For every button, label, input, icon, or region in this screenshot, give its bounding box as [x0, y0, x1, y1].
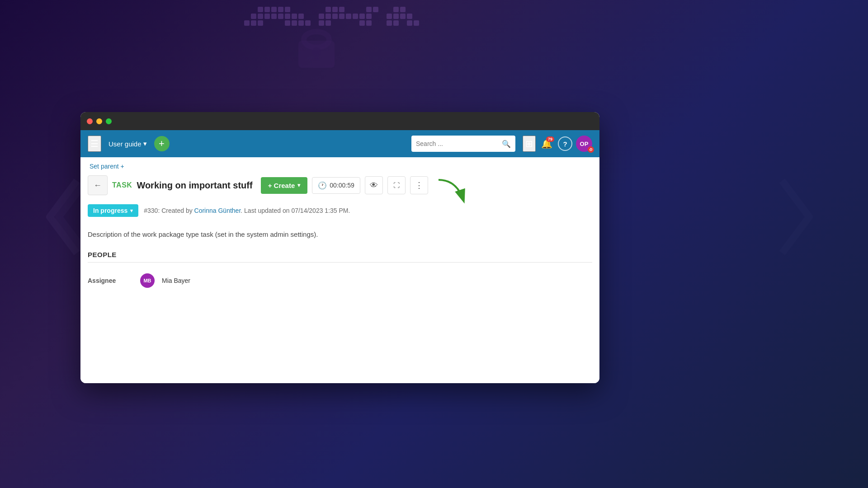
avatar-initials: OP	[580, 141, 589, 147]
create-button[interactable]: + Create ▾	[261, 177, 308, 194]
description-text: Description of the work package type tas…	[88, 224, 592, 251]
help-button[interactable]: ?	[558, 136, 572, 151]
traffic-light-green[interactable]	[106, 118, 112, 124]
more-options-button[interactable]: ⋮	[410, 176, 428, 194]
user-avatar-button[interactable]: OP ⏱	[576, 136, 592, 152]
timer-button[interactable]: 🕐 00:00:59	[312, 177, 360, 194]
meta-created-prefix: Created by	[161, 207, 192, 214]
svg-rect-4	[315, 52, 318, 60]
content-area: Set parent + ← TASK Working on important…	[80, 157, 599, 383]
add-icon: +	[159, 138, 165, 150]
assignee-field-row: Assignee MB Mia Bayer	[88, 270, 592, 291]
eye-icon: 👁	[370, 181, 378, 190]
people-section: PEOPLE Assignee MB Mia Bayer	[88, 251, 592, 291]
bg-decoration	[0, 0, 868, 117]
search-input[interactable]	[416, 140, 498, 147]
header-icons: ⊞ 🔔 79 ? OP ⏱	[523, 136, 592, 152]
task-title: Working on important stuff	[137, 180, 252, 191]
set-parent-plus-icon: +	[121, 163, 124, 170]
create-button-arrow-icon: ▾	[297, 182, 300, 188]
clock-icon: ⏱	[589, 148, 593, 152]
status-badge[interactable]: In progress ▾	[88, 204, 138, 217]
set-parent-label: Set parent	[90, 163, 119, 170]
grid-apps-button[interactable]: ⊞	[523, 136, 536, 152]
user-guide-label: User guide	[108, 140, 142, 148]
back-arrow-icon: ←	[94, 181, 102, 190]
window-titlebar	[80, 112, 599, 130]
avatar-clock-badge: ⏱	[588, 146, 594, 153]
assignee-avatar-initials: MB	[143, 278, 151, 283]
main-window: ☰ User guide ▾ + 🔍 ⊞ 🔔 79 ? OP ⏱	[80, 112, 599, 383]
user-guide-button[interactable]: User guide ▾	[108, 140, 147, 148]
status-meta-row: In progress ▾ #330: Created by Corinna G…	[88, 201, 592, 224]
chevron-decoration-right	[773, 172, 827, 262]
set-parent-link[interactable]: Set parent +	[90, 163, 124, 170]
meta-id: #330	[144, 207, 158, 214]
help-icon: ?	[563, 140, 567, 148]
status-label: In progress	[93, 207, 127, 214]
fullscreen-button[interactable]: ⛶	[387, 176, 406, 194]
user-guide-arrow-icon: ▾	[143, 140, 147, 148]
meta-updated-prefix: Last updated on	[244, 207, 289, 214]
assignee-avatar: MB	[140, 273, 155, 288]
notification-badge: 79	[546, 136, 554, 142]
add-button[interactable]: +	[154, 136, 170, 151]
svg-rect-0	[0, 0, 5, 5]
timer-icon: 🕐	[318, 181, 327, 190]
back-button[interactable]: ←	[88, 175, 108, 195]
svg-rect-2	[304, 32, 329, 47]
status-dropdown-arrow-icon: ▾	[130, 208, 133, 214]
meta-author-link[interactable]: Corinna Günther	[194, 207, 241, 214]
hamburger-button[interactable]: ☰	[88, 136, 101, 152]
task-type-label: TASK	[112, 181, 132, 189]
task-header-row: ← TASK Working on important stuff + Crea…	[88, 174, 592, 201]
search-icon[interactable]: 🔍	[502, 140, 511, 148]
meta-text: #330: Created by Corinna Günther. Last u…	[144, 207, 350, 214]
search-bar: 🔍	[411, 136, 515, 152]
traffic-light-red[interactable]	[87, 118, 93, 124]
fullscreen-icon: ⛶	[393, 182, 400, 189]
meta-updated-date: 07/14/2023 1:35 PM	[291, 207, 348, 214]
app-header: ☰ User guide ▾ + 🔍 ⊞ 🔔 79 ? OP ⏱	[80, 130, 599, 157]
timer-value: 00:00:59	[330, 182, 354, 189]
notification-button[interactable]: 🔔 79	[539, 136, 554, 151]
create-button-label: + Create	[268, 182, 295, 189]
traffic-light-yellow[interactable]	[96, 118, 102, 124]
assignee-label: Assignee	[88, 277, 133, 284]
set-parent-row: Set parent +	[88, 157, 592, 174]
watch-button[interactable]: 👁	[365, 176, 383, 194]
people-section-title: PEOPLE	[88, 251, 592, 263]
assignee-name: Mia Bayer	[162, 277, 190, 284]
more-dots-icon: ⋮	[415, 180, 423, 190]
